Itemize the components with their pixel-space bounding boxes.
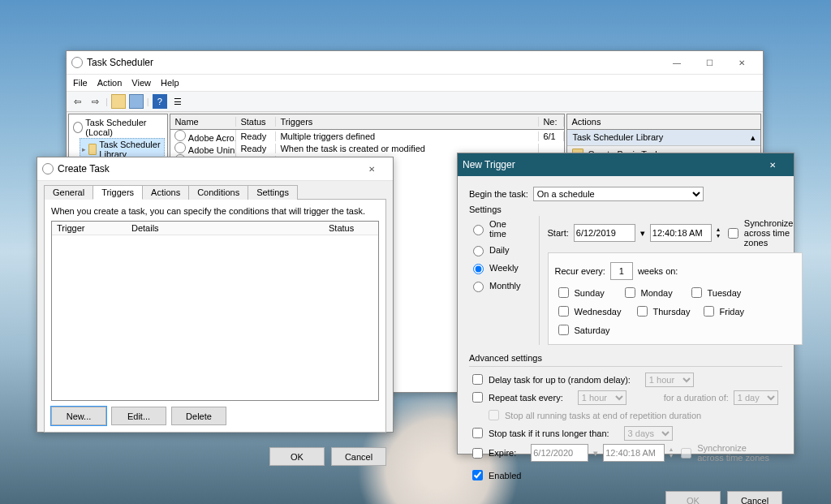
close-button[interactable]: ✕ [355,157,388,180]
tab-settings[interactable]: Settings [248,185,298,200]
ok-button[interactable]: OK [665,491,721,504]
stop-if-check[interactable]: Stop task if it runs longer than: [469,425,609,441]
menu-action[interactable]: Action [97,78,123,88]
day-saturday[interactable]: Saturday [555,322,612,338]
ok-button[interactable]: OK [269,447,325,466]
close-button[interactable]: ✕ [756,153,789,176]
col-name[interactable]: Name [170,117,236,127]
delay-select: 1 hour [645,373,694,387]
freq-monthly[interactable]: Monthly [469,279,521,292]
day-friday[interactable]: Friday [700,304,757,319]
col-triggers[interactable]: Triggers [276,117,539,127]
day-tuesday[interactable]: Tuesday [688,285,745,300]
main-title: Task Scheduler [87,57,153,68]
main-titlebar[interactable]: Task Scheduler — ☐ ✕ [67,51,763,75]
table-row[interactable]: Adobe Acro... Ready Multiple triggers de… [170,130,564,142]
minimize-button[interactable]: — [661,51,693,74]
collapse-icon[interactable]: ▴ [751,132,756,143]
delete-trigger-button[interactable]: Delete [171,407,226,425]
new-trigger-title: New Trigger [463,159,515,170]
tab-general[interactable]: General [44,185,93,200]
triggers-listbox[interactable]: Trigger Details Status [51,221,379,401]
menubar: File Action View Help [67,75,763,92]
freq-weekly[interactable]: Weekly [469,261,521,274]
sync-tz2-check: Synchronize across time zones [678,443,773,463]
help-icon[interactable]: ? [153,94,167,109]
duration-label: for a duration of: [664,393,729,403]
toolbar: ⇦ ⇨ | | ? ☰ [67,92,763,112]
task-icon [174,130,186,141]
panel-icon[interactable] [129,94,144,109]
frequency-group: One time Daily Weekly Monthly [469,216,531,345]
freq-daily[interactable]: Daily [469,243,521,256]
recur-unit: weeks on: [638,266,678,276]
create-task-title: Create Task [58,163,110,174]
actions-header: Actions [566,114,761,130]
scheduler-icon [73,122,83,133]
create-task-titlebar[interactable]: Create Task ✕ [37,157,393,181]
menu-help[interactable]: Help [161,78,179,88]
expire-check[interactable]: Expire: [469,446,516,461]
advanced-label: Advanced settings [469,353,782,363]
col-details[interactable]: Details [127,222,324,235]
spinner-icon: ▴▾ [670,446,673,459]
freq-onetime[interactable]: One time [469,219,521,239]
col-status[interactable]: Status [236,117,276,127]
start-date-input[interactable] [574,224,635,242]
maximize-button[interactable]: ☐ [693,51,726,74]
col-status[interactable]: Status [324,222,378,235]
enabled-check[interactable]: Enabled [469,467,521,483]
edit-trigger-button[interactable]: Edit... [111,407,166,425]
day-thursday[interactable]: Thursday [634,304,691,319]
spinner-icon[interactable]: ▴▾ [717,226,720,239]
recur-input[interactable] [610,262,633,280]
calendar-icon[interactable]: ▾ [640,228,645,239]
expire-date-input [531,444,588,462]
start-label: Start: [548,228,569,238]
triggers-hint: When you create a task, you can specify … [51,206,379,216]
folder-icon [88,144,97,155]
tab-conditions[interactable]: Conditions [188,185,248,200]
calendar-icon: ▾ [593,448,598,459]
stop-if-select: 3 days [624,426,673,441]
sync-tz-check[interactable]: Synchronize across time zones [725,218,794,248]
properties-icon[interactable]: ☰ [170,94,185,109]
day-wednesday[interactable]: Wednesday [555,304,624,319]
new-trigger-button[interactable]: New... [51,407,106,425]
day-sunday[interactable]: Sunday [555,285,612,300]
grid-header: Name Status Triggers Ne: [170,114,565,130]
forward-icon[interactable]: ⇨ [88,94,102,109]
expand-icon[interactable]: ▸ [82,145,86,153]
settings-label: Settings [469,205,782,214]
begin-select[interactable]: On a schedule [533,187,704,201]
actions-subheader: Task Scheduler Library ▴ [567,130,760,146]
folder-icon[interactable] [111,94,126,109]
duration-select: 1 day [734,390,778,405]
repeat-select: 1 hour [578,390,626,405]
create-task-dialog: Create Task ✕ General Triggers Actions C… [37,157,394,433]
menu-file[interactable]: File [73,78,88,88]
menu-view[interactable]: View [131,78,151,88]
delay-check[interactable]: Delay task for up to (random delay): [469,372,631,387]
day-monday[interactable]: Monday [622,285,678,300]
repeat-check[interactable]: Repeat task every: [469,390,563,405]
col-trigger[interactable]: Trigger [52,222,127,235]
cancel-button[interactable]: Cancel [331,447,386,466]
tree-root[interactable]: Task Scheduler (Local) [71,117,165,138]
expire-time-input [603,444,665,462]
col-next[interactable]: Ne: [539,117,564,127]
dialog-icon [42,163,54,174]
close-button[interactable]: ✕ [726,51,758,74]
tree-root-label: Task Scheduler (Local) [85,118,163,137]
tab-triggers[interactable]: Triggers [93,185,143,200]
tabs: General Triggers Actions Conditions Sett… [44,185,386,200]
stop-all-check: Stop all running tasks at end of repetit… [485,407,701,423]
app-icon [71,57,83,68]
cancel-button[interactable]: Cancel [727,491,782,504]
start-time-input[interactable] [650,224,712,242]
new-trigger-titlebar[interactable]: New Trigger ✕ [458,153,794,176]
new-trigger-dialog: New Trigger ✕ Begin the task: On a sched… [457,153,794,454]
triggers-panel: When you create a task, you can specify … [44,199,386,433]
back-icon[interactable]: ⇦ [70,94,84,109]
tab-actions[interactable]: Actions [142,185,189,200]
